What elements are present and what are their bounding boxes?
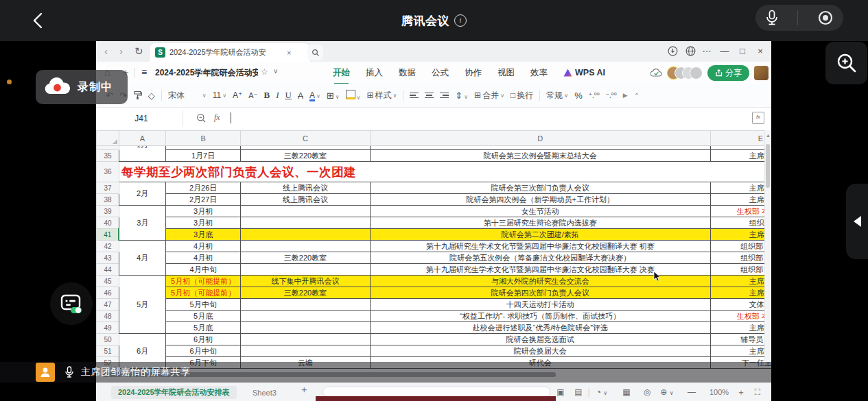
cell[interactable]: 5月初（可能提前） (165, 276, 240, 287)
cell[interactable]: 院研会第三次例会暨期末总结大会 (370, 150, 710, 162)
tab-search-button[interactable] (307, 45, 323, 60)
cell[interactable]: 院研会换届竞选面试 (370, 334, 710, 345)
decrease-decimal-button[interactable]: ⁻.⁰⁰ (606, 92, 617, 99)
cell[interactable]: 女生节活动 (370, 206, 710, 217)
cell[interactable]: 组织部 (710, 217, 771, 229)
user-avatar[interactable] (754, 66, 769, 80)
cell[interactable] (241, 264, 371, 276)
cell[interactable]: 主席团 (710, 182, 771, 194)
cell[interactable]: 4月初 (165, 252, 240, 264)
column-header-C[interactable]: C (241, 131, 371, 146)
cell[interactable]: 三教220教室 (241, 287, 371, 299)
cell[interactable]: 5月初（可能提前） (165, 287, 240, 299)
more-menu-icon[interactable]: ⋯ (699, 41, 715, 62)
cell[interactable]: 三教220教室 (241, 252, 371, 264)
vertical-align-button[interactable]: ⇕∨ (455, 90, 468, 101)
wrap-text-button[interactable]: □换行 (511, 90, 533, 101)
font-size-select[interactable]: 11∨ (213, 90, 226, 100)
formula-panel-icon[interactable]: fx (752, 112, 764, 124)
cell[interactable]: 4月中旬 (165, 264, 240, 276)
toolbar-overflow-button[interactable]: ▶ (623, 92, 628, 99)
ribbon-tab-5[interactable]: 视图 (497, 67, 515, 79)
cell[interactable]: 赴校会进行述职及“优秀/特色院研会”评选 (370, 322, 710, 334)
cell[interactable]: 5月底 (165, 322, 240, 334)
status-image-icon[interactable]: ▤ (571, 383, 586, 401)
close-window-icon[interactable]: × (752, 41, 769, 62)
ribbon-tab-2[interactable]: 数据 (399, 67, 416, 79)
cell[interactable]: 文体部 (710, 299, 771, 311)
collaborator-avatars[interactable] (667, 66, 703, 80)
column-header-A[interactable]: A (119, 131, 165, 146)
scroll-up-arrow-icon[interactable]: ▲ (765, 133, 771, 138)
cell[interactable] (241, 241, 371, 252)
align-left-button[interactable] (410, 91, 419, 100)
cell[interactable]: 院研会第二次团建/素拓 (370, 229, 710, 241)
row-header-44[interactable]: 44 (97, 264, 119, 276)
hamburger-menu-icon[interactable]: ≡ (141, 66, 147, 77)
formula-zoom-icon[interactable] (196, 113, 207, 123)
row-header-50[interactable]: 50 (97, 334, 119, 345)
cell[interactable]: 6月中旬 (165, 345, 240, 357)
cell[interactable]: 院研会第四次例会（新学期动员+工作计划） (370, 194, 710, 206)
row-header-38[interactable]: 38 (97, 194, 119, 206)
fill-color-button[interactable]: ∨ (346, 90, 361, 101)
ribbon-tab-0[interactable]: 开始 (333, 67, 350, 79)
vertical-scrollbar[interactable]: ▲ (764, 130, 771, 362)
zoom-in-button[interactable]: ＋ (734, 383, 748, 401)
cell[interactable]: 主席团 (710, 150, 771, 162)
collapse-toolbar-button[interactable]: ⌃ (634, 92, 640, 99)
cell[interactable] (241, 322, 371, 334)
ribbon-tab-3[interactable]: 公式 (432, 67, 449, 79)
row-header-46[interactable]: 46 (97, 287, 119, 299)
minimize-icon[interactable]: — (716, 41, 733, 62)
align-center-button[interactable] (425, 91, 434, 100)
cell[interactable] (241, 299, 371, 311)
cell[interactable]: 十四天运动打卡活动 (370, 299, 710, 311)
cell[interactable] (241, 206, 371, 217)
month-cell[interactable]: 4月 (119, 241, 165, 276)
row-header-45[interactable]: 45 (97, 276, 119, 287)
column-header-D[interactable]: D (370, 131, 710, 146)
decrease-font-button[interactable]: A⁻ (248, 91, 257, 100)
cell[interactable]: 院研会第三次部门负责人会议 (370, 182, 710, 194)
browser-back-icon[interactable]: ‹ (104, 41, 108, 62)
restore-window-icon[interactable]: □ (734, 41, 751, 62)
align-right-button[interactable] (440, 91, 449, 100)
panel-collapse-tab[interactable] (846, 184, 868, 259)
special-features-icon[interactable]: ◔ ∨ (593, 383, 611, 401)
record-icon[interactable] (817, 10, 834, 26)
recording-badge[interactable]: 录制中 (36, 70, 128, 104)
cell[interactable]: 院研会第四次部门负责人会议 (370, 287, 710, 299)
font-color-button[interactable]: A∨ (309, 90, 320, 101)
cell[interactable] (241, 311, 371, 322)
eraser-icon[interactable]: ◇ (148, 90, 155, 101)
magnify-button[interactable] (825, 42, 867, 84)
cell[interactable]: 6月初 (165, 334, 240, 345)
cell[interactable]: 院研会换届大会 (370, 345, 710, 357)
row-header-40[interactable]: 40 (97, 217, 119, 229)
row-header-47[interactable]: 47 (97, 299, 119, 311)
cell[interactable]: 主席团 (710, 345, 771, 357)
select-all-corner[interactable] (97, 131, 119, 146)
row-header-41[interactable]: 41 (97, 229, 119, 241)
cell[interactable]: 主席团 (710, 229, 771, 241)
cell[interactable]: 院研会第五次例会（筹备廉洁文化校园翻译大赛决赛） (370, 252, 710, 264)
format-painter-icon[interactable] (133, 90, 142, 100)
cell-style-button[interactable]: ⊞样式∨ (366, 90, 397, 101)
wps-ai-tab[interactable]: WPS AI (563, 68, 605, 77)
row-header-37[interactable]: 37 (97, 182, 119, 194)
merge-cells-button[interactable]: ⊞合并∨ (474, 90, 504, 101)
caption-toggle-button[interactable] (50, 282, 93, 325)
ribbon-tab-6[interactable]: 效率 (530, 67, 548, 79)
cell[interactable]: 4月初 (165, 241, 240, 252)
add-sheet-button[interactable]: ＋ (299, 384, 309, 396)
name-box[interactable]: J41 (100, 110, 183, 127)
cell[interactable]: 线下集中开腾讯会议 (241, 276, 371, 287)
sheet-tab-sheet3[interactable]: Sheet3 (253, 386, 277, 399)
sheet-tab-active[interactable]: 2024-2025学年院研会活动安排表 (111, 386, 237, 399)
doc-title-caret-icon[interactable]: ∨ (273, 67, 278, 75)
row-header-39[interactable]: 39 (97, 206, 119, 217)
cell[interactable]: 3月底 (165, 229, 240, 241)
row-header-48[interactable]: 48 (97, 311, 119, 322)
column-header-B[interactable]: B (165, 131, 240, 146)
